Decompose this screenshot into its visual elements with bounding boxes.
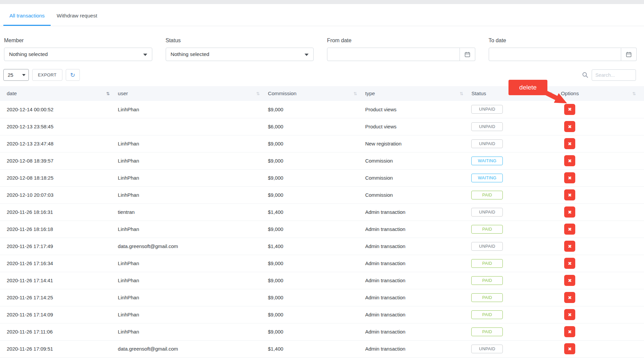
delete-button[interactable]: ✖ <box>564 155 575 166</box>
search-input[interactable] <box>592 69 636 81</box>
sort-icon[interactable]: ⇅ <box>460 91 464 96</box>
table-row: 2020-12-10 20:07:03 LinhPhan $9,000 Comm… <box>0 186 644 203</box>
status-badge: PAID <box>471 310 503 319</box>
column-header-user[interactable]: user⇅ <box>118 86 268 101</box>
tab-withdraw-request[interactable]: Withdraw request <box>51 5 103 26</box>
delete-x-icon: ✖ <box>568 175 572 181</box>
cell-type: New registration <box>365 135 472 152</box>
sort-icon[interactable]: ⇅ <box>106 91 110 96</box>
delete-button[interactable]: ✖ <box>564 309 575 320</box>
delete-button[interactable]: ✖ <box>564 326 575 337</box>
cell-user: LinhPhan <box>118 135 268 152</box>
refresh-button[interactable]: ↻ <box>66 69 80 81</box>
cell-date: 2020-11-26 18:16:18 <box>0 221 118 238</box>
cell-user: LinhPhan <box>118 186 268 203</box>
delete-x-icon: ✖ <box>568 278 572 283</box>
chevron-down-icon <box>305 54 309 56</box>
status-badge: WAITING <box>471 174 503 182</box>
from-date-label: From date <box>327 38 475 44</box>
sort-icon[interactable]: ⇅ <box>256 91 260 96</box>
cell-type: Admin transaction <box>365 238 472 255</box>
delete-button[interactable]: ✖ <box>564 206 575 218</box>
cell-type: Product views <box>365 118 472 135</box>
delete-x-icon: ✖ <box>568 329 572 335</box>
delete-button[interactable]: ✖ <box>564 224 575 235</box>
delete-button[interactable]: ✖ <box>564 258 575 269</box>
sort-icon[interactable]: ⇅ <box>549 91 553 96</box>
table-row: 2020-12-08 18:39:57 LinhPhan $9,000 Comm… <box>0 152 644 169</box>
status-select[interactable]: Nothing selected <box>166 48 314 61</box>
delete-button[interactable]: ✖ <box>564 343 575 354</box>
tab-all-transactions[interactable]: All transactions <box>3 5 51 26</box>
cell-user: LinhPhan <box>118 272 268 289</box>
to-date-calendar-button[interactable] <box>621 48 637 61</box>
delete-x-icon: ✖ <box>568 141 572 146</box>
from-date-calendar-button[interactable] <box>460 48 475 61</box>
delete-button[interactable]: ✖ <box>564 189 575 200</box>
delete-button[interactable]: ✖ <box>564 104 575 115</box>
cell-date: 2020-12-14 00:00:52 <box>0 101 118 118</box>
table-row: 2020-12-13 23:47:48 LinhPhan $9,000 New … <box>0 135 644 152</box>
cell-commission: $9,000 <box>268 272 365 289</box>
cell-commission: $9,000 <box>268 323 365 340</box>
column-header-options[interactable]: Options⇅ <box>561 86 644 101</box>
cell-user: data.greensoft@gmail.com <box>118 340 268 357</box>
delete-button[interactable]: ✖ <box>564 241 575 252</box>
status-badge: WAITING <box>471 157 503 165</box>
cell-commission: $9,000 <box>268 169 365 186</box>
export-button[interactable]: EXPORT <box>32 69 62 81</box>
cell-user: data.greensoft@gmail.com <box>118 238 268 255</box>
cell-type: Product views <box>365 101 472 118</box>
status-badge: UNPAID <box>471 345 503 353</box>
member-filter: Member Nothing selected <box>4 38 152 61</box>
table-row: 2020-11-26 17:16:34 LinhPhan $9,000 Admi… <box>0 255 644 272</box>
delete-button[interactable]: ✖ <box>564 121 575 132</box>
cell-commission: $9,000 <box>268 101 365 118</box>
cell-commission: $9,000 <box>268 152 365 169</box>
delete-x-icon: ✖ <box>568 192 572 198</box>
column-header-type[interactable]: type⇅ <box>365 86 472 101</box>
cell-user: LinhPhan <box>118 289 268 306</box>
page-size-select[interactable]: 25 <box>3 69 29 81</box>
table-row: 2020-11-26 17:14:25 LinhPhan $9,000 Admi… <box>0 289 644 306</box>
delete-x-icon: ✖ <box>568 295 572 300</box>
column-label: Commission <box>268 90 297 96</box>
status-badge: PAID <box>471 225 503 234</box>
sort-icon[interactable]: ⇅ <box>632 91 636 96</box>
delete-x-icon: ✖ <box>568 346 572 352</box>
from-date-input[interactable] <box>327 48 460 61</box>
delete-x-icon: ✖ <box>568 261 572 266</box>
status-filter: Status Nothing selected <box>166 38 314 61</box>
table-row: 2020-11-26 17:11:06 LinhPhan $9,000 Admi… <box>0 323 644 340</box>
to-date-input[interactable] <box>489 48 622 61</box>
cell-type: Admin transaction <box>365 340 472 357</box>
delete-button[interactable]: ✖ <box>564 275 575 286</box>
delete-button[interactable]: ✖ <box>564 138 575 149</box>
cell-date: 2020-12-08 18:18:25 <box>0 169 118 186</box>
cell-type: Admin transaction <box>365 323 472 340</box>
top-edge-strip <box>0 0 644 4</box>
cell-date: 2020-11-26 18:16:31 <box>0 203 118 221</box>
delete-x-icon: ✖ <box>568 107 572 112</box>
cell-commission: $9,000 <box>268 186 365 203</box>
table-row: 2020-12-14 00:00:52 LinhPhan $9,000 Prod… <box>0 101 644 118</box>
filters-bar: Member Nothing selected Status Nothing s… <box>4 38 637 61</box>
column-header-commission[interactable]: Commission⇅ <box>268 86 365 101</box>
table-row: 2020-11-26 17:09:51 data.greensoft@gmail… <box>0 340 644 357</box>
cell-commission: $9,000 <box>268 221 365 238</box>
delete-x-icon: ✖ <box>568 244 572 249</box>
search-icon <box>582 72 588 78</box>
delete-x-icon: ✖ <box>568 124 572 129</box>
sort-icon[interactable]: ⇅ <box>354 91 357 96</box>
status-badge: UNPAID <box>471 139 503 148</box>
delete-button[interactable]: ✖ <box>564 292 575 303</box>
delete-button[interactable]: ✖ <box>564 172 575 183</box>
column-header-date[interactable]: date⇅ <box>0 86 118 101</box>
member-label: Member <box>4 38 152 44</box>
transactions-table: date⇅ user⇅ Commission⇅ type⇅ Status⇅ Op… <box>0 86 644 358</box>
cell-type: Admin transaction <box>365 221 472 238</box>
member-select[interactable]: Nothing selected <box>4 48 152 61</box>
cell-user: tientran <box>118 203 268 221</box>
cell-user: LinhPhan <box>118 255 268 272</box>
delete-x-icon: ✖ <box>568 312 572 317</box>
